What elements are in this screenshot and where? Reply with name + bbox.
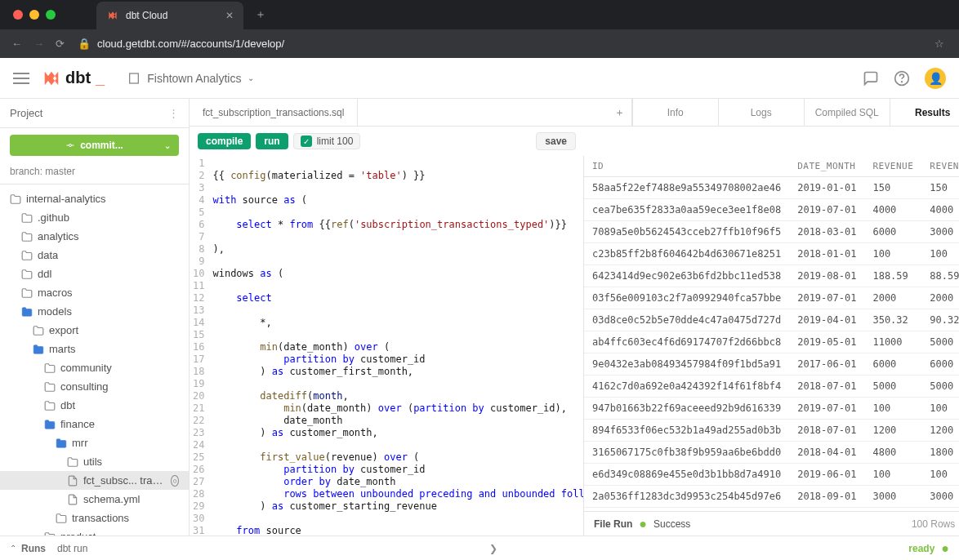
runs-toggle[interactable]: ⌃ Runs: [10, 543, 46, 554]
file-tree: internal-analytics.githubanalyticsdatadd…: [0, 184, 189, 536]
tree-folder[interactable]: macros: [0, 283, 189, 302]
tree-folder[interactable]: consulting: [0, 377, 189, 396]
column-header[interactable]: ID: [584, 156, 789, 177]
tree-item-label: finance: [60, 418, 95, 430]
tree-item-label: marts: [49, 343, 76, 355]
folder-icon: [44, 531, 56, 536]
editor-file-tab[interactable]: fct_subscription_transactions.sql: [190, 99, 358, 126]
chevron-right-icon[interactable]: ❯: [489, 543, 497, 554]
tree-item-label: ddl: [38, 268, 51, 280]
workspace-switcher[interactable]: Fishtown Analytics ⌄: [127, 72, 254, 85]
browser-tab-title: dbt Cloud: [126, 10, 167, 21]
bookmark-star-icon[interactable]: ☆: [934, 38, 944, 50]
table-row[interactable]: c23b85ff2b8f604642b4d630671e82512018-01-…: [584, 243, 959, 265]
table-row[interactable]: cea7be635f2833a0aa59ece3ee1f8e082019-07-…: [584, 199, 959, 221]
run-status: Success: [653, 518, 690, 530]
table-row[interactable]: 9e0432e3ab08493457984f09f1bd5a912017-06-…: [584, 353, 959, 376]
tree-folder[interactable]: analytics: [0, 227, 189, 246]
folder-icon: [21, 212, 33, 224]
sidebar-menu-icon[interactable]: ⋮: [168, 107, 179, 119]
building-icon: [127, 72, 141, 85]
user-avatar[interactable]: 👤: [925, 68, 946, 89]
svg-rect-3: [130, 73, 139, 83]
tree-folder[interactable]: export: [0, 321, 189, 340]
file-icon: [67, 475, 78, 487]
app-header: dbt_ Fishtown Analytics ⌄ 👤: [0, 58, 959, 99]
nav-reload-icon[interactable]: ⟳: [56, 38, 65, 50]
tree-folder[interactable]: ddl: [0, 264, 189, 283]
result-tab-info[interactable]: Info: [633, 99, 719, 126]
dbt-favicon-icon: [106, 9, 119, 22]
svg-point-9: [902, 81, 903, 82]
window-controls[interactable]: [13, 10, 56, 20]
folder-icon: [44, 362, 56, 374]
tree-item-label: schema.yml: [83, 493, 140, 505]
tree-folder[interactable]: utils: [0, 452, 189, 471]
tree-folder[interactable]: community: [0, 358, 189, 377]
tree-folder[interactable]: mrr: [0, 433, 189, 452]
table-row[interactable]: e6d349c08869e455e0d3b1bb8d7a49102019-06-…: [584, 464, 959, 486]
result-tab-compiled-sql[interactable]: Compiled SQL: [805, 99, 890, 126]
table-row[interactable]: 6423414d9ec902e63b6fd2bbc11ed5382019-08-…: [584, 265, 959, 287]
tree-folder[interactable]: transactions: [0, 509, 189, 527]
workspace-name: Fishtown Analytics: [147, 72, 241, 85]
editor-toolbar: compile run ✓ limit 100 save: [190, 127, 584, 156]
tree-folder[interactable]: product: [0, 527, 189, 536]
table-row[interactable]: 03d8ce0c52b5e70dde4c47a0475d727d2019-04-…: [584, 309, 959, 331]
result-tab-results[interactable]: Results: [890, 99, 959, 126]
tree-folder[interactable]: .github: [0, 208, 189, 227]
column-header[interactable]: REVENUE: [864, 156, 921, 177]
limit-toggle[interactable]: ✓ limit 100: [293, 133, 361, 149]
tree-folder[interactable]: data: [0, 246, 189, 264]
chevron-down-icon: ⌄: [164, 141, 171, 150]
table-row[interactable]: ab4ffc603ec4f6d69174707f2d66bbc82019-05-…: [584, 331, 959, 353]
tree-folder[interactable]: internal-analytics: [0, 189, 189, 208]
table-row[interactable]: 4162c7d0a692e0a424392f14f61f8bf42018-07-…: [584, 376, 959, 398]
tree-item-label: models: [38, 305, 72, 318]
ready-status: ready: [908, 543, 934, 554]
tree-item-label: product: [60, 531, 96, 536]
tree-item-label: macros: [38, 287, 73, 299]
run-button[interactable]: run: [256, 133, 288, 149]
table-row[interactable]: 947b01663b22f69aceeed92b9d6163392019-07-…: [584, 398, 959, 420]
tree-file[interactable]: schema.yml: [0, 490, 189, 509]
table-row[interactable]: 58aa5f22ef7488e9a55349708002ae462019-01-…: [584, 177, 959, 199]
table-row[interactable]: 7089a5e0b5624543cceb27ffb10f96f52018-03-…: [584, 221, 959, 243]
tree-folder[interactable]: dbt: [0, 396, 189, 415]
folder-icon: [21, 287, 33, 299]
dbt-logo[interactable]: dbt_: [42, 69, 105, 87]
tree-item-label: dbt: [60, 399, 75, 411]
tree-file[interactable]: fct_subsc... transactions.sql○: [0, 471, 189, 490]
url-text[interactable]: cloud.getdbt.com/#/accounts/1/develop/: [97, 38, 284, 50]
new-tab-button[interactable]: ＋: [255, 7, 266, 22]
column-header[interactable]: DATE_MONTH: [789, 156, 864, 177]
lock-icon: 🔒: [78, 38, 91, 50]
help-icon[interactable]: [894, 70, 910, 87]
results-table[interactable]: IDDATE_MONTHREVENUEREVENUE_CHA58aa5f22ef…: [584, 156, 959, 511]
folder-icon: [33, 325, 44, 336]
add-tab-button[interactable]: ＋: [608, 99, 632, 126]
hamburger-menu-icon[interactable]: [13, 73, 29, 84]
result-tab-logs[interactable]: Logs: [719, 99, 805, 126]
folder-open-icon: [56, 438, 67, 449]
comment-icon[interactable]: [863, 70, 879, 87]
table-row[interactable]: 2a0536ff1283dc3d9953c254b45d97e62018-09-…: [584, 486, 959, 508]
table-row[interactable]: 3165067175c0fb38f9b959aa6be6bdd02018-04-…: [584, 442, 959, 464]
nav-back-icon[interactable]: ←: [11, 38, 22, 50]
check-icon: ✓: [301, 136, 312, 147]
tree-folder[interactable]: finance: [0, 415, 189, 433]
browser-tab[interactable]: dbt Cloud ✕: [96, 2, 243, 29]
table-row[interactable]: 03f56e009103c2f7a0992940fca57bbe2019-07-…: [584, 287, 959, 309]
code-editor[interactable]: 1234567891011121314151617181920212223242…: [190, 156, 584, 536]
tree-item-label: .github: [38, 211, 69, 224]
tree-item-label: mrr: [72, 437, 88, 449]
close-tab-icon[interactable]: ✕: [225, 10, 234, 21]
commit-button[interactable]: commit... ⌄: [10, 135, 179, 156]
tree-folder[interactable]: marts: [0, 340, 189, 358]
save-button[interactable]: save: [536, 132, 576, 150]
compile-button[interactable]: compile: [198, 133, 251, 149]
folder-open-icon: [33, 344, 44, 355]
tree-folder[interactable]: models: [0, 302, 189, 321]
table-row[interactable]: 894f6533f06ec532b1a49ad255ad0b3b2018-07-…: [584, 420, 959, 442]
column-header[interactable]: REVENUE_CHA: [921, 156, 959, 177]
